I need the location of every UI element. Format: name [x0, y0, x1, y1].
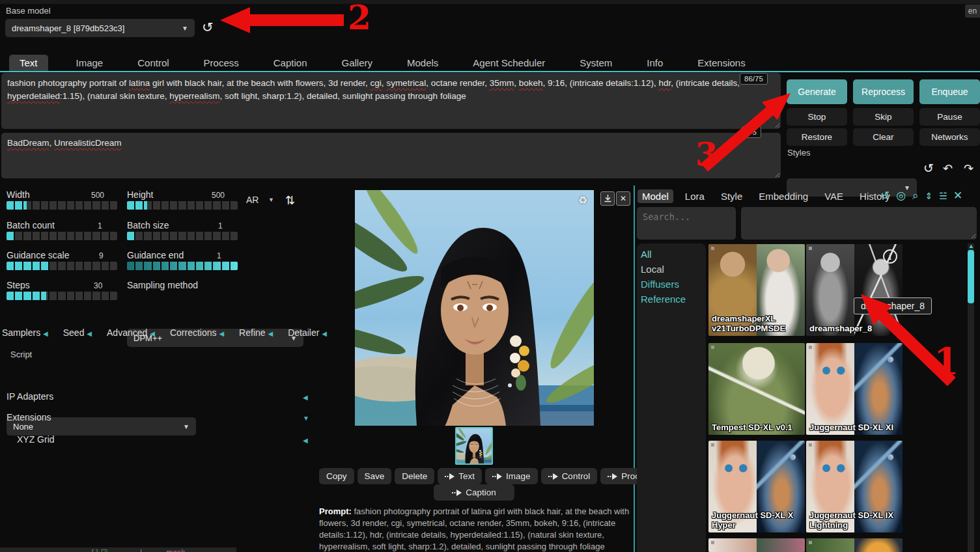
delete-button[interactable]: Delete [395, 468, 434, 484]
reprocess-button[interactable]: Reprocess [853, 79, 914, 104]
accordion-refine[interactable]: Refine ◀ [239, 327, 273, 338]
card-type-dot [711, 247, 714, 250]
triangle-down-icon[interactable]: ▼ [303, 415, 309, 422]
batch-size-slider[interactable] [127, 232, 238, 240]
slider-segment [222, 262, 231, 270]
batch-count-slider[interactable] [7, 232, 117, 240]
stop-button[interactable]: Stop [787, 108, 847, 126]
accordion-detailer[interactable]: Detailer ◀ [288, 327, 327, 338]
model-card-partial[interactable] [708, 538, 805, 552]
networks-tab-lora[interactable]: Lora [680, 189, 709, 203]
networks-tab-vae[interactable]: VAE [820, 189, 848, 203]
model-card-partial[interactable] [806, 538, 903, 552]
send-to-text-button[interactable]: Text [438, 468, 482, 484]
steps-label: Steps [7, 280, 30, 290]
networks-search-input[interactable] [637, 207, 736, 240]
accordion-corrections[interactable]: Corrections ◀ [170, 327, 224, 338]
networks-tab-style[interactable]: Style [716, 189, 747, 203]
networks-tab-model[interactable]: Model [637, 189, 673, 203]
steps-slider[interactable] [7, 292, 117, 300]
filter-reference[interactable]: Reference [641, 294, 686, 305]
triangle-left-icon[interactable]: ◀ [303, 394, 308, 401]
generate-button[interactable]: Generate [787, 79, 847, 104]
tab-text[interactable]: Text [9, 55, 48, 72]
send-to-caption-button[interactable]: Caption [434, 484, 514, 501]
download-image-button[interactable] [600, 191, 615, 206]
swap-dimensions-icon[interactable]: ⇅ [285, 193, 295, 208]
styles-redo-icon[interactable]: ↷ [964, 163, 973, 174]
model-card-juggernaut-ix-lightning[interactable]: Juggernaut SD-XL IX Lightning [806, 441, 903, 532]
networks-description-box[interactable] [741, 207, 977, 240]
generated-image[interactable]: ♻ [355, 190, 594, 426]
networks-scrollbar-thumb[interactable] [968, 250, 974, 303]
height-slider[interactable] [127, 201, 238, 210]
skip-button[interactable]: Skip [853, 108, 914, 126]
model-card-dreamshaperxl[interactable]: dreamshaperXL v21TurboDPMSDE [708, 244, 805, 336]
pause-button[interactable]: Pause [919, 108, 980, 126]
scroll-up-icon[interactable]: ▲ [968, 243, 974, 249]
tab-agent-scheduler[interactable]: Agent Scheduler [466, 55, 552, 72]
card-art [854, 343, 903, 435]
tab-gallery[interactable]: Gallery [335, 55, 379, 72]
triangle-left-icon[interactable]: ◀ [303, 437, 308, 444]
tab-process[interactable]: Process [197, 55, 245, 72]
send-to-image-button[interactable]: Image [485, 468, 538, 484]
tab-system[interactable]: System [573, 55, 619, 72]
ar-label[interactable]: AR [246, 195, 259, 205]
close-image-button[interactable]: ✕ [616, 191, 630, 206]
accordion-samplers[interactable]: Samplers ◀ [2, 327, 48, 338]
refresh-model-icon[interactable]: ↺ [202, 20, 214, 34]
tab-extensions[interactable]: Extensions [691, 55, 751, 72]
restore-button[interactable]: Restore [787, 128, 847, 146]
base-model-dropdown[interactable]: dreamshaper_8 [879db523c3] ▼ [5, 19, 195, 37]
guidance-scale-slider[interactable] [7, 262, 117, 270]
slider-segment [204, 201, 213, 210]
enqueue-button[interactable]: Enqueue [919, 79, 980, 104]
networks-sort-updown-icon[interactable]: ⇕ [925, 191, 933, 200]
networks-target-icon[interactable]: ◎ [896, 190, 906, 201]
networks-refresh-icon[interactable]: ↺ [880, 190, 889, 201]
filter-diffusers[interactable]: Diffusers [641, 279, 679, 290]
language-badge[interactable]: en [968, 7, 977, 16]
filter-all[interactable]: All [641, 249, 652, 260]
model-card-juggernaut-x-hyper[interactable]: Juggernaut SD-XL X Hyper [708, 441, 805, 532]
info-icon[interactable]: i [883, 249, 897, 264]
filter-local[interactable]: Local [641, 264, 664, 275]
save-button[interactable]: Save [357, 468, 392, 484]
accordion-xyz-grid[interactable]: XYZ Grid [17, 434, 55, 445]
tab-caption[interactable]: Caption [267, 55, 314, 72]
model-card-dreamshaper8[interactable]: i dreamshaper_8 [806, 244, 903, 336]
tab-info[interactable]: Info [640, 55, 669, 72]
networks-tab-embedding[interactable]: Embedding [754, 189, 813, 203]
slider-segment [41, 201, 49, 210]
slider-segment [196, 201, 204, 210]
tab-models[interactable]: Models [400, 55, 445, 72]
styles-undo-icon[interactable]: ↶ [943, 163, 953, 174]
tab-control[interactable]: Control [131, 55, 175, 72]
ar-chevron-icon[interactable]: ▼ [268, 197, 274, 203]
model-card-juggernaut-xi[interactable]: Juggernaut SD-XL XI [806, 343, 903, 435]
networks-search-icon[interactable]: ⌕ [912, 190, 919, 201]
accordion-ip-adapters[interactable]: IP Adapters [7, 391, 53, 402]
guidance-end-slider[interactable] [127, 262, 238, 270]
tab-image[interactable]: Image [70, 55, 110, 72]
width-slider[interactable] [7, 201, 117, 210]
prompt-input[interactable]: fashion photography portrait of latina g… [1, 73, 781, 129]
slider-segment [102, 292, 110, 300]
slider-segment [58, 292, 66, 300]
clear-button[interactable]: Clear [853, 128, 914, 146]
copy-button[interactable]: Copy [319, 468, 354, 484]
accordion-extensions[interactable]: Extensions [7, 412, 51, 422]
networks-close-icon[interactable]: ✕ [953, 190, 962, 201]
styles-refresh-icon[interactable]: ↺ [923, 162, 934, 174]
gallery-thumbnail[interactable] [455, 427, 493, 465]
networks-view-icon[interactable]: ☱ [939, 191, 947, 200]
card-type-dot [711, 541, 714, 544]
negative-prompt-input[interactable]: BadDream, UnrealisticDream [1, 133, 781, 178]
accordion-advanced[interactable]: Advanced ◀ [107, 327, 155, 338]
networks-button[interactable]: Networks [919, 128, 980, 146]
recycle-icon[interactable]: ♻ [578, 194, 587, 206]
accordion-seed[interactable]: Seed ◀ [63, 327, 92, 338]
model-card-tempest[interactable]: Tempest SD-XL v0.1 [708, 343, 805, 435]
send-to-control-button[interactable]: Control [541, 468, 598, 484]
